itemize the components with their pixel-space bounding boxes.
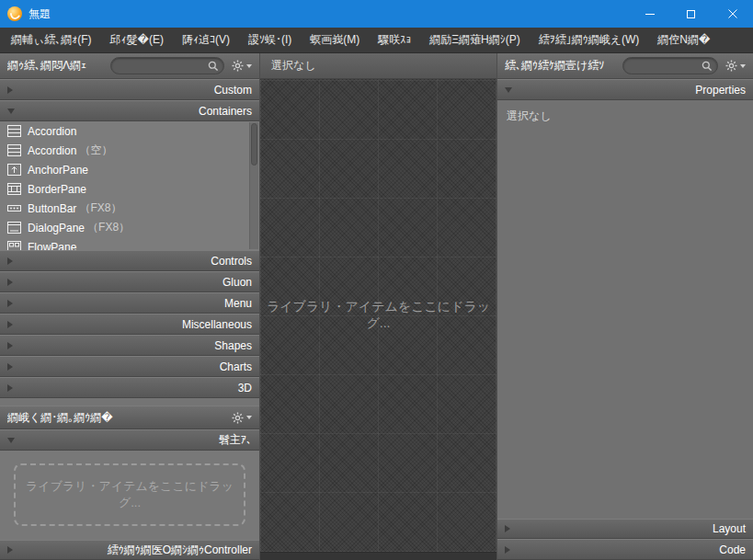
- controller-label: 繧ｳ繝ｳ繝医Ο繝ｼ繝ｩController: [108, 543, 252, 558]
- design-canvas[interactable]: ライブラリ・アイテムをここにドラッグ...: [260, 79, 496, 552]
- section-label: Miscellaneous: [182, 318, 252, 331]
- gear-icon: [725, 60, 737, 72]
- section-containers[interactable]: Containers: [0, 100, 259, 121]
- library-title: 繝ｩ繧､繝悶Λ繝ｪ: [7, 58, 86, 74]
- search-icon: [702, 61, 713, 72]
- content-panel-header: 選択なし: [260, 53, 496, 79]
- menu-file[interactable]: 繝輔ぃ繧､繝ｫ(F): [2, 28, 101, 52]
- library-item-name: Accordion: [28, 144, 76, 157]
- section-code[interactable]: Code: [497, 539, 753, 560]
- chevron-right-icon: [7, 384, 13, 392]
- section-menu[interactable]: Menu: [0, 292, 259, 314]
- menu-arrange[interactable]: 驟咲ｽｮ: [369, 28, 420, 52]
- section-label: Custom: [214, 84, 252, 97]
- chevron-down-icon: [505, 87, 512, 93]
- vertical-scrollbar[interactable]: [249, 122, 258, 249]
- section-label: Gluon: [222, 276, 252, 289]
- chevron-right-icon: [7, 300, 13, 307]
- maximize-button[interactable]: [670, 0, 712, 28]
- section-label: 髫主ｱ､: [219, 432, 252, 448]
- section-label: 3D: [238, 382, 252, 394]
- menu-insert[interactable]: 謖ｿ蜈･(I): [239, 28, 301, 52]
- accordion-icon: [6, 144, 21, 156]
- menu-edit[interactable]: 邱ｨ髮�(E): [101, 28, 173, 52]
- section-properties[interactable]: Properties: [497, 79, 753, 100]
- section-label: Properties: [695, 84, 746, 97]
- inspector-search-box[interactable]: [622, 57, 718, 74]
- borderpane-icon: [6, 183, 21, 195]
- menu-modify[interactable]: 螟画峩(M): [301, 28, 369, 52]
- library-search-box[interactable]: [110, 57, 224, 74]
- main-area: 繝ｩ繧､繝悶Λ繝ｪ Custom Containers: [0, 53, 753, 560]
- inspector-panel: 繧､繝ｳ繧ｹ繝壹け繧ｿ Properties 選択なし Layou: [496, 53, 753, 560]
- library-item-suffix: （FX8）: [87, 220, 130, 235]
- library-settings-button[interactable]: [232, 60, 252, 72]
- chevron-down-icon: [7, 438, 15, 443]
- maximize-icon: [687, 10, 695, 18]
- hierarchy-drop-zone[interactable]: ライブラリ・アイテムをここにドラッグ...: [14, 463, 245, 526]
- library-item-name: Accordion: [28, 125, 76, 138]
- library-item-accordion[interactable]: Accordion: [0, 121, 259, 141]
- library-item-accordion-empty[interactable]: Accordion （空）: [0, 141, 259, 160]
- library-item-borderpane[interactable]: BorderPane: [0, 179, 259, 199]
- gear-icon: [232, 412, 244, 424]
- section-label: Controls: [211, 255, 252, 268]
- chevron-right-icon: [7, 342, 13, 349]
- library-item-suffix: （空）: [79, 143, 112, 158]
- horizontal-scrollbar[interactable]: [260, 552, 496, 560]
- chevron-right-icon: [7, 546, 13, 554]
- menu-preview[interactable]: 繝励Ξ繝薙Η繝ｼ(P): [420, 28, 529, 52]
- menu-help[interactable]: 繝倥Ν繝�: [648, 28, 719, 52]
- minimize-button[interactable]: [629, 0, 670, 28]
- search-icon: [208, 61, 219, 72]
- scrollbar-thumb[interactable]: [251, 123, 257, 166]
- document-panel-header: 繝峨く繝･繝｡繝ｳ繝�: [0, 406, 259, 429]
- library-item-anchorpane[interactable]: AnchorPane: [0, 160, 259, 179]
- close-icon: [728, 9, 737, 18]
- section-custom[interactable]: Custom: [0, 79, 259, 100]
- chevron-down-icon: [7, 109, 15, 114]
- section-miscellaneous[interactable]: Miscellaneous: [0, 314, 259, 335]
- chevron-right-icon: [7, 257, 13, 265]
- library-item-dialogpane[interactable]: DialogPane （FX8）: [0, 218, 259, 237]
- section-layout[interactable]: Layout: [497, 519, 753, 539]
- menu-view[interactable]: 陦ｨ遉ｺ(V): [173, 28, 239, 52]
- close-button[interactable]: [712, 0, 753, 28]
- canvas-drop-hint: ライブラリ・アイテムをここにドラッグ...: [260, 299, 496, 332]
- chevron-down-icon: [740, 64, 746, 68]
- section-charts[interactable]: Charts: [0, 356, 259, 377]
- section-gluon[interactable]: Gluon: [0, 271, 259, 292]
- controller-bar[interactable]: 繧ｳ繝ｳ繝医Ο繝ｼ繝ｩController: [0, 540, 259, 560]
- window-title: 無題: [29, 6, 51, 22]
- document-settings-button[interactable]: [232, 412, 252, 424]
- content-panel: 選択なし ライブラリ・アイテムをここにドラッグ...: [260, 53, 496, 560]
- properties-body: 選択なし: [497, 100, 753, 519]
- section-label: Containers: [199, 105, 252, 118]
- library-item-suffix: （FX8）: [79, 200, 121, 216]
- dialogpane-icon: [6, 222, 21, 234]
- buttonbar-icon: [6, 202, 21, 214]
- library-panel: 繝ｩ繧､繝悶Λ繝ｪ Custom Containers: [0, 53, 260, 560]
- section-3d[interactable]: 3D: [0, 377, 259, 398]
- accordion-icon: [6, 125, 21, 137]
- chevron-right-icon: [7, 86, 13, 94]
- app-icon: [7, 6, 22, 21]
- minimize-icon: [645, 14, 655, 15]
- section-hierarchy[interactable]: 髫主ｱ､: [0, 429, 259, 451]
- selection-status: 選択なし: [271, 58, 316, 74]
- library-item-buttonbar[interactable]: ButtonBar （FX8）: [0, 199, 259, 218]
- library-item-name: AnchorPane: [28, 164, 88, 177]
- inspector-settings-button[interactable]: [725, 60, 746, 72]
- scene-builder-window: 無題 繝輔ぃ繧､繝ｫ(F) 邱ｨ髮�(E) 陦ｨ遉ｺ(V) 謖ｿ蜈･(I) 螟画…: [0, 0, 753, 560]
- section-shapes[interactable]: Shapes: [0, 335, 259, 356]
- chevron-right-icon: [7, 363, 13, 371]
- menu-window[interactable]: 繧ｦ繧｣繝ｳ繝峨え(W): [530, 28, 649, 52]
- section-controls[interactable]: Controls: [0, 250, 259, 271]
- title-bar[interactable]: 無題: [0, 0, 753, 28]
- containers-list: Accordion Accordion （空） AnchorPane Borde…: [0, 121, 259, 250]
- chevron-down-icon: [246, 416, 252, 419]
- library-item-name: ButtonBar: [28, 202, 76, 215]
- library-item-flowpane[interactable]: FlowPane: [0, 237, 259, 250]
- window-controls: [629, 0, 753, 28]
- panel-divider: [0, 398, 259, 406]
